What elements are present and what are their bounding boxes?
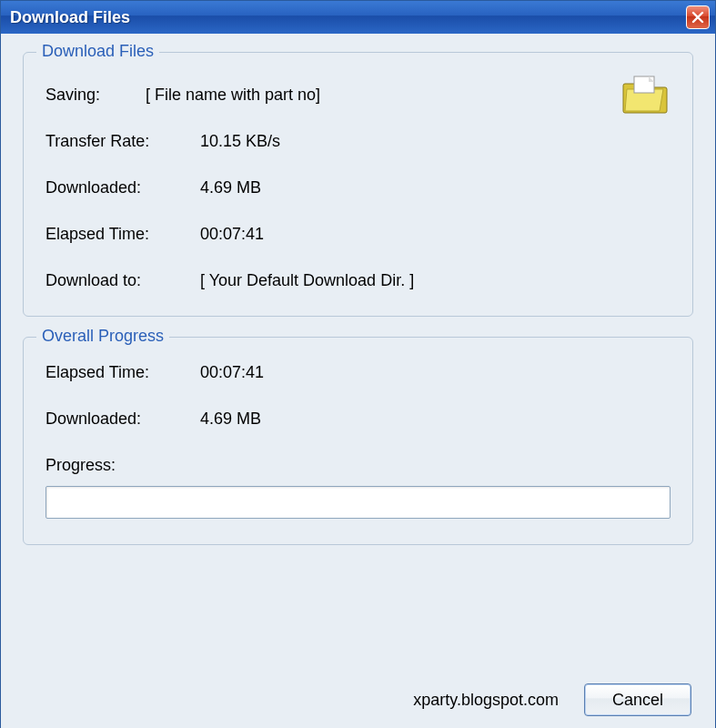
window-title: Download Files [10, 8, 130, 27]
dialog-footer: xparty.blogspot.com Cancel [23, 678, 693, 716]
close-icon [691, 11, 704, 24]
overall-downloaded-value: 4.69 MB [200, 410, 671, 429]
downloaded-row: Downloaded: 4.69 MB [45, 178, 671, 197]
progress-label: Progress: [45, 456, 200, 475]
folder-icon [620, 71, 671, 116]
transfer-rate-row: Transfer Rate: 10.15 KB/s [45, 132, 671, 151]
overall-elapsed-label: Elapsed Time: [45, 363, 200, 382]
downloaded-value: 4.69 MB [200, 178, 671, 197]
download-to-value: [ Your Default Download Dir. ] [200, 271, 671, 290]
elapsed-value: 00:07:41 [200, 225, 671, 244]
close-button[interactable] [686, 5, 710, 29]
overall-progress-group-title: Overall Progress [36, 327, 169, 346]
cancel-button[interactable]: Cancel [584, 683, 691, 716]
download-files-group: Download Files Saving: [ File name with … [23, 52, 693, 317]
transfer-rate-value: 10.15 KB/s [200, 132, 671, 151]
overall-downloaded-label: Downloaded: [45, 410, 200, 429]
elapsed-row: Elapsed Time: 00:07:41 [45, 225, 671, 244]
overall-elapsed-row: Elapsed Time: 00:07:41 [45, 363, 671, 382]
download-to-row: Download to: [ Your Default Download Dir… [45, 271, 671, 290]
saving-row: Saving: [ File name with part no] [45, 86, 671, 105]
svg-rect-0 [634, 76, 654, 93]
progress-bar [45, 486, 671, 519]
attribution-text: xparty.blogspot.com [413, 691, 559, 710]
overall-progress-group: Overall Progress Elapsed Time: 00:07:41 … [23, 337, 693, 545]
saving-label: Saving: [45, 86, 146, 105]
progress-bar-wrap [45, 486, 671, 519]
downloaded-label: Downloaded: [45, 178, 200, 197]
download-to-label: Download to: [45, 271, 200, 290]
titlebar[interactable]: Download Files [1, 1, 715, 34]
overall-elapsed-value: 00:07:41 [200, 363, 671, 382]
progress-label-row: Progress: [45, 456, 671, 475]
download-files-group-title: Download Files [36, 42, 159, 61]
saving-value: [ File name with part no] [146, 86, 671, 105]
client-area: Download Files Saving: [ File name with … [1, 34, 715, 728]
download-dialog: Download Files Download Files Saving: [ … [0, 0, 716, 728]
overall-downloaded-row: Downloaded: 4.69 MB [45, 410, 671, 429]
elapsed-label: Elapsed Time: [45, 225, 200, 244]
transfer-rate-label: Transfer Rate: [45, 132, 200, 151]
